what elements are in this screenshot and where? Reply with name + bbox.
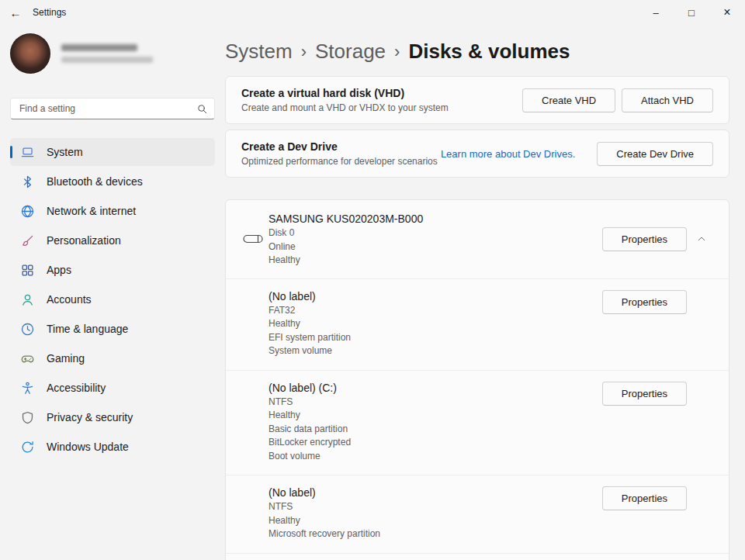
breadcrumb-separator: › [301,40,307,62]
user-profile[interactable] [10,29,215,78]
accounts-icon [21,293,34,306]
volume-detail: Healthy [269,317,602,331]
search-icon [197,104,207,114]
volume-detail: EFI system partition [269,331,602,345]
volume-row: (No label)NTFSHealthyMicrosoft recovery … [226,475,729,553]
create-dev-drive-button[interactable]: Create Dev Drive [597,142,713,166]
minimize-button[interactable]: – [638,0,674,25]
sidebar-item-time-and-language[interactable]: Time & language [10,315,215,343]
titlebar: ← Settings – □ × [0,0,745,25]
create-vhd-button[interactable]: Create VHD [522,88,615,112]
update-icon [21,441,34,454]
sidebar-item-label: Apps [47,264,71,276]
volume-detail: BitLocker encrypted [269,436,602,450]
volume-detail: NTFS [269,396,602,410]
volume-detail: Healthy [269,409,602,423]
disk-detail: Online [269,240,602,254]
volume-list: (No label)FAT32HealthyEFI system partiti… [226,278,729,560]
personalization-icon [21,234,34,247]
system-icon [21,146,34,159]
disk-detail: Healthy [269,254,602,268]
sidebar-item-label: System [47,146,83,158]
volume-detail: Microsoft recovery partition [269,527,602,541]
user-email-blurred [61,57,153,63]
breadcrumb-storage[interactable]: Storage [315,40,386,64]
sidebar-item-bluetooth-and-devices[interactable]: Bluetooth & devices [10,168,215,195]
volume-actions: Properties [602,485,713,510]
volume-detail: System volume [269,344,602,358]
volume-info: (No label)FAT32HealthyEFI system partiti… [269,289,602,358]
attach-vhd-button[interactable]: Attach VHD [622,88,713,112]
time-icon [21,323,34,336]
sidebar-item-accounts[interactable]: Accounts [10,285,215,313]
sidebar-item-label: Time & language [47,323,128,335]
volume-detail: Boot volume [269,450,602,464]
breadcrumb: System › Storage › Disks & volumes [225,36,729,67]
volume-row: (No label) (C:)NTFSHealthyBasic data par… [226,370,729,475]
volume-properties-button[interactable]: Properties [602,486,687,510]
sidebar: SystemBluetooth & devicesNetwork & inter… [0,25,225,560]
privacy-icon [21,411,34,424]
volume-properties-button[interactable]: Properties [602,290,687,314]
volume-title: (No label) (C:) [269,380,602,396]
disk-properties-button[interactable]: Properties [602,227,687,251]
volume-title: (No label) [269,485,602,500]
sidebar-item-gaming[interactable]: Gaming [10,344,215,372]
user-name-blurred [61,44,137,51]
breadcrumb-system[interactable]: System [225,40,293,64]
volume-actions: Properties [602,380,713,406]
maximize-button[interactable]: □ [674,0,709,25]
window-title: Settings [33,7,66,18]
apps-icon [21,264,34,277]
volume-title: (No label) [269,289,602,304]
search-box[interactable] [10,98,215,119]
volume-detail: FAT32 [269,304,602,318]
sidebar-item-apps[interactable]: Apps [10,256,215,284]
accessibility-icon [21,382,34,395]
sidebar-item-label: Network & internet [47,205,136,217]
bluetooth-icon [21,175,34,188]
volume-info: (No label)NTFSHealthyMicrosoft recovery … [269,485,602,541]
close-button[interactable]: × [709,0,745,25]
volume-detail: Basic data partition [269,423,602,437]
sidebar-item-windows-update[interactable]: Windows Update [10,433,215,461]
sidebar-item-personalization[interactable]: Personalization [10,226,215,254]
sidebar-item-accessibility[interactable]: Accessibility [10,374,215,402]
page-title: Disks & volumes [408,40,570,64]
sidebar-item-system[interactable]: System [10,138,215,166]
sidebar-item-label: Windows Update [47,441,129,453]
collapse-disk-button[interactable] [690,227,713,251]
sidebar-item-label: Accessibility [47,382,106,394]
search-input[interactable] [19,103,197,114]
dev-drive-card: Create a Dev Drive Optimized performance… [225,130,729,178]
disk-header-row: SAMSUNG KUS020203M-B000 Disk 0 Online He… [226,200,729,278]
user-info-blurred [61,44,153,63]
vhd-card: Create a virtual hard disk (VHD) Create … [225,76,729,124]
sidebar-item-label: Bluetooth & devices [47,175,143,188]
chevron-up-icon [697,234,706,244]
volume-properties-button[interactable]: Properties [602,382,687,406]
main-content: System › Storage › Disks & volumes Creat… [225,25,745,560]
sidebar-item-label: Accounts [47,293,92,306]
back-button[interactable]: ← [0,0,31,25]
disk-name: SAMSUNG KUS020203M-B000 [269,211,602,226]
volume-info: (No label) (C:)NTFSHealthyBasic data par… [269,380,602,464]
sidebar-item-network-and-internet[interactable]: Network & internet [10,197,215,225]
dev-drive-learn-more-link[interactable]: Learn more about Dev Drives. [441,148,575,160]
volume-detail: Healthy [269,514,602,528]
sidebar-item-label: Personalization [47,234,121,247]
volume-row: (No label)FAT32HealthyEFI system partiti… [226,278,729,370]
avatar [10,33,50,74]
sidebar-item-label: Privacy & security [47,411,133,423]
breadcrumb-separator: › [394,40,400,62]
gaming-icon [21,352,34,365]
vhd-card-subtitle: Create and mount a VHD or VHDX to your s… [241,102,522,113]
vhd-card-title: Create a virtual hard disk (VHD) [241,87,522,99]
disk-drive-icon [243,232,263,246]
sidebar-item-privacy-and-security[interactable]: Privacy & security [10,403,215,431]
volume-actions: Properties [602,289,713,314]
volume-row: Windows RE toolsNTFSHealthyProperties [226,553,729,560]
sidebar-nav: SystemBluetooth & devicesNetwork & inter… [10,138,215,461]
sidebar-item-label: Gaming [47,352,85,365]
disk-detail: Disk 0 [269,226,602,240]
